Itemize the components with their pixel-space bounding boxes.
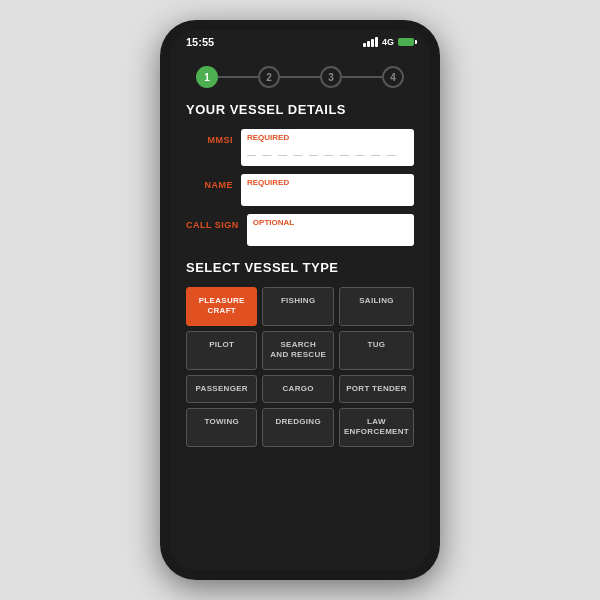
mmsi-field[interactable]: REQUIRED — — — — — — — — — — — [241, 129, 414, 166]
vessel-btn-cargo[interactable]: CARGO — [262, 375, 333, 403]
vessel-btn-pleasure-craft[interactable]: PLEASURECRAFT — [186, 287, 257, 326]
step-line-3 — [342, 76, 382, 78]
callsign-row: CALL SIGN OPTIONAL — [186, 214, 414, 246]
vessel-btn-dredging[interactable]: DREDGING — [262, 408, 333, 447]
vessel-btn-passenger[interactable]: PASSENGER — [186, 375, 257, 403]
vessel-details-title: YOUR VESSEL DETAILS — [186, 102, 414, 117]
name-label: NAME — [186, 174, 241, 190]
vessel-btn-search-rescue[interactable]: SEARCHAND RESCUE — [262, 331, 333, 370]
mmsi-row: MMSI REQUIRED — — — — — — — — — — — [186, 129, 414, 166]
step-3: 3 — [320, 66, 342, 88]
screen-content[interactable]: 1 2 3 4 YOUR VESSEL DETAILS MMSI — [170, 52, 430, 570]
vessel-btn-port-tender[interactable]: PORT TENDER — [339, 375, 414, 403]
step-line-1 — [218, 76, 258, 78]
vessel-btn-towing[interactable]: TOWING — [186, 408, 257, 447]
step-2: 2 — [258, 66, 280, 88]
battery-icon — [398, 38, 414, 46]
status-bar: 15:55 4G — [170, 30, 430, 52]
vessel-btn-law-enforcement[interactable]: LAWENFORCEMENT — [339, 408, 414, 447]
step-1: 1 — [196, 66, 218, 88]
step-4: 4 — [382, 66, 404, 88]
phone-frame: 15:55 4G 1 2 — [160, 20, 440, 580]
vessel-btn-tug[interactable]: TUG — [339, 331, 414, 370]
network-label: 4G — [382, 37, 394, 47]
status-time: 15:55 — [186, 36, 214, 48]
phone-screen: 15:55 4G 1 2 — [170, 30, 430, 570]
mmsi-label: MMSI — [186, 129, 241, 145]
name-field[interactable]: REQUIRED — [241, 174, 414, 206]
vessel-btn-fishing[interactable]: FISHING — [262, 287, 333, 326]
vessel-btn-sailing[interactable]: SAILING — [339, 287, 414, 326]
status-icons: 4G — [363, 37, 414, 47]
mmsi-dashes: — — — — — — — — — — — [247, 150, 398, 160]
step-line-2 — [280, 76, 320, 78]
callsign-field[interactable]: OPTIONAL — [247, 214, 414, 246]
vessel-btn-pilot[interactable]: PILOT — [186, 331, 257, 370]
name-required-label: REQUIRED — [247, 178, 408, 187]
progress-steps: 1 2 3 4 — [186, 66, 414, 88]
mmsi-required-label: REQUIRED — [247, 133, 408, 142]
vessel-type-section: SELECT VESSEL TYPE PLEASURECRAFT FISHING… — [186, 260, 414, 447]
vessel-type-title: SELECT VESSEL TYPE — [186, 260, 414, 275]
callsign-optional-label: OPTIONAL — [253, 218, 408, 227]
signal-icon — [363, 37, 378, 47]
vessel-type-grid: PLEASURECRAFT FISHING SAILING PILOT SEAR… — [186, 287, 414, 447]
callsign-label: CALL SIGN — [186, 214, 247, 230]
name-row: NAME REQUIRED — [186, 174, 414, 206]
